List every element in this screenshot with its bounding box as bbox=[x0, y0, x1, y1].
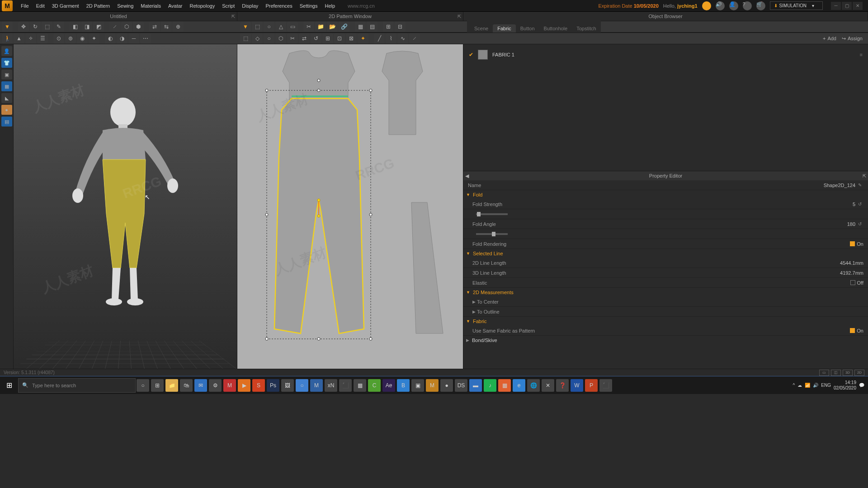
reset-icon[interactable]: ↺ bbox=[858, 202, 863, 207]
move-tool-icon[interactable]: ✥ bbox=[18, 22, 29, 32]
wifi-icon[interactable]: 📶 bbox=[805, 383, 810, 388]
tool-icon[interactable]: ✦ bbox=[89, 33, 99, 43]
tool-icon[interactable]: ✧ bbox=[25, 33, 36, 43]
tool-icon[interactable]: ◇ bbox=[252, 33, 263, 43]
menu-2d-pattern[interactable]: 2D Pattern bbox=[83, 1, 114, 10]
app-icon[interactable]: ⚙ bbox=[209, 379, 222, 392]
app-icon[interactable]: ⬛ bbox=[339, 379, 352, 392]
skin-icon[interactable]: ● bbox=[1, 105, 12, 115]
volume-icon[interactable]: 🔊 bbox=[813, 383, 818, 388]
view-mode-icon[interactable]: 3D bbox=[843, 370, 853, 376]
add-button[interactable]: + Add bbox=[823, 36, 836, 41]
fabric-item[interactable]: ✔ FABRIC 1 ≡ bbox=[467, 48, 864, 61]
menu-preferences[interactable]: Preferences bbox=[262, 1, 296, 10]
preset-icon[interactable]: ◣ bbox=[1, 93, 12, 103]
notification-icon[interactable] bbox=[702, 1, 711, 10]
app-icon[interactable]: ✕ bbox=[542, 379, 554, 392]
pattern-tool-icon[interactable]: 📂 bbox=[327, 22, 338, 32]
tool-icon[interactable]: ⊚ bbox=[65, 33, 76, 43]
preset-icon[interactable]: ▤ bbox=[1, 117, 12, 127]
menu-sewing[interactable]: Sewing bbox=[113, 1, 137, 10]
snap-tool-icon[interactable]: ⊞ bbox=[383, 22, 394, 32]
garment-preset-icon[interactable]: 👕 bbox=[1, 58, 12, 68]
popout-icon[interactable]: ⇱ bbox=[458, 14, 461, 19]
app-icon[interactable]: M bbox=[310, 379, 323, 392]
popout-icon[interactable]: ⇱ bbox=[863, 174, 866, 178]
tab-topstitch[interactable]: Topstitch bbox=[572, 24, 600, 33]
avatar-tool-icon[interactable]: 🚶 bbox=[2, 33, 13, 43]
app-icon[interactable]: ▬ bbox=[469, 379, 482, 392]
tray-up-icon[interactable]: ^ bbox=[793, 383, 795, 388]
menu-script[interactable]: Script bbox=[218, 1, 238, 10]
clock[interactable]: 14:19 02/05/2020 bbox=[834, 380, 856, 391]
tool-icon[interactable]: ⊠ bbox=[346, 33, 357, 43]
tab-buttonhole[interactable]: Buttonhole bbox=[539, 24, 572, 33]
tool-icon[interactable]: ⊕ bbox=[173, 22, 184, 32]
tool-icon[interactable]: ⬡ bbox=[275, 33, 286, 43]
menu-settings[interactable]: Settings bbox=[296, 1, 321, 10]
search-input[interactable]: 🔍 Type here to search bbox=[18, 378, 136, 393]
marvelous-icon[interactable]: M bbox=[426, 379, 439, 392]
fabric-swatch[interactable] bbox=[478, 50, 488, 60]
measurements-section[interactable]: ▼2D Measurements bbox=[463, 288, 868, 297]
mail-icon[interactable]: ✉ bbox=[194, 379, 207, 392]
elastic-checkbox[interactable] bbox=[850, 280, 855, 285]
tool-icon[interactable]: ⬚ bbox=[240, 33, 251, 43]
app-icon[interactable]: B bbox=[397, 379, 410, 392]
to-center-row[interactable]: ▶ To Center bbox=[463, 297, 868, 307]
rotate-tool-icon[interactable]: ↻ bbox=[30, 22, 41, 32]
language-icon[interactable]: ENG bbox=[821, 383, 831, 388]
bond-section[interactable]: ▶Bond/Skive bbox=[463, 336, 868, 345]
app-icon[interactable]: ▣ bbox=[411, 379, 424, 392]
scale-tool-icon[interactable]: ⬚ bbox=[42, 22, 52, 32]
pattern-tool-icon[interactable]: ○ bbox=[264, 22, 274, 32]
tool-icon[interactable]: ◉ bbox=[77, 33, 88, 43]
store-icon[interactable]: 🛍 bbox=[180, 379, 193, 392]
menu-file[interactable]: File bbox=[17, 1, 33, 10]
tool-icon[interactable]: ⬡ bbox=[121, 22, 132, 32]
tab-scene[interactable]: Scene bbox=[470, 24, 493, 33]
app-icon[interactable]: xN bbox=[325, 379, 337, 392]
word-icon[interactable]: W bbox=[571, 379, 583, 392]
powerpoint-icon[interactable]: P bbox=[585, 379, 598, 392]
tool-icon[interactable]: ⊙ bbox=[53, 33, 64, 43]
tool-icon[interactable]: ◨ bbox=[81, 22, 92, 32]
tool-icon[interactable]: ◩ bbox=[93, 22, 104, 32]
notification-icon[interactable]: 💬 bbox=[859, 383, 864, 388]
spotify-icon[interactable]: ♪ bbox=[484, 379, 496, 392]
menu-edit[interactable]: Edit bbox=[33, 1, 48, 10]
chrome-icon[interactable]: 🌐 bbox=[527, 379, 540, 392]
reset-icon[interactable]: ↺ bbox=[858, 221, 863, 227]
close-icon[interactable]: ✕ bbox=[853, 2, 863, 10]
pattern-tool-icon[interactable]: ▭ bbox=[287, 22, 298, 32]
app-icon[interactable]: ⬛ bbox=[599, 379, 612, 392]
store-icon[interactable]: 🛒 bbox=[756, 1, 765, 10]
tool-icon[interactable]: ⇄ bbox=[149, 22, 160, 32]
hardware-icon[interactable]: ▣ bbox=[1, 70, 12, 80]
collapse-icon[interactable]: ◀ bbox=[465, 173, 469, 179]
avatar-preset-icon[interactable]: 👤 bbox=[1, 46, 12, 56]
sound-icon[interactable]: 🔊 bbox=[716, 1, 725, 10]
tool-icon[interactable]: ◧ bbox=[70, 22, 80, 32]
tool-icon[interactable]: ◑ bbox=[117, 33, 127, 43]
file-explorer-icon[interactable]: 📁 bbox=[165, 379, 178, 392]
aftereffects-icon[interactable]: Ae bbox=[382, 379, 395, 392]
tool-icon[interactable]: ⋯ bbox=[140, 33, 151, 43]
tool-icon[interactable]: ▲ bbox=[14, 33, 24, 43]
app-icon[interactable]: S bbox=[252, 379, 265, 392]
fold-rendering-checkbox[interactable] bbox=[850, 241, 855, 246]
fold-strength-slider[interactable] bbox=[476, 213, 508, 215]
fold-angle-value[interactable]: 180 bbox=[847, 221, 855, 227]
app-icon[interactable]: ▦ bbox=[498, 379, 511, 392]
assign-button[interactable]: ↪ Assign bbox=[842, 36, 863, 42]
tool-icon[interactable]: ○ bbox=[264, 33, 274, 43]
tool-icon[interactable]: ✦ bbox=[358, 33, 368, 43]
selected-line-section[interactable]: ▼Selected Line bbox=[463, 249, 868, 258]
tab-button[interactable]: Button bbox=[516, 24, 539, 33]
tool-icon[interactable]: ⇄ bbox=[299, 33, 310, 43]
cortana-icon[interactable]: ○ bbox=[137, 379, 149, 392]
simulation-button[interactable]: ⬇SIMULATION▾ bbox=[770, 1, 823, 10]
minimize-icon[interactable]: ─ bbox=[831, 2, 841, 10]
tool-icon[interactable]: ✂ bbox=[287, 33, 298, 43]
photoshop-icon[interactable]: Ps bbox=[267, 379, 279, 392]
